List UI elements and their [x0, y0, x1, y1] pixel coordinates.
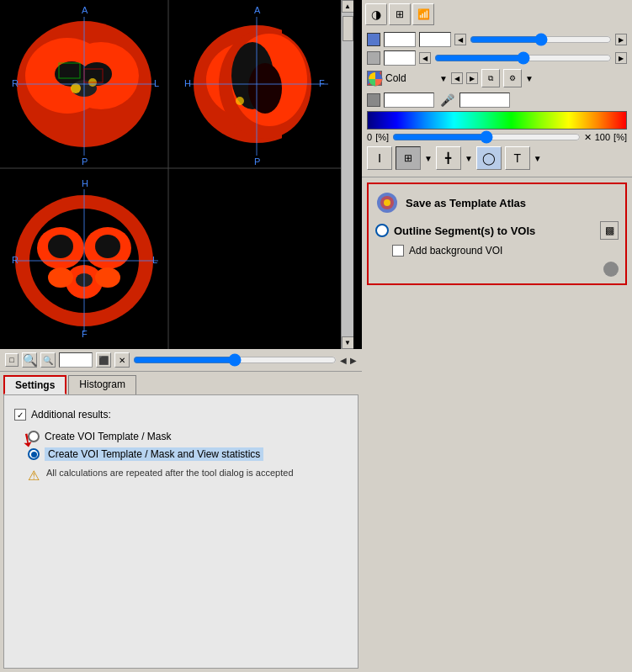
additional-results-row: ✓ Additional results:: [14, 409, 348, 421]
outline-settings-btn[interactable]: ▩: [600, 221, 619, 240]
warning-row: ⚠ All calculations are repeated after th…: [28, 468, 348, 484]
tab-settings[interactable]: Settings: [3, 375, 66, 394]
opacity-input[interactable]: 30: [384, 32, 416, 47]
bg-voi-checkbox[interactable]: [392, 245, 404, 257]
zoom-out-btn[interactable]: 🔍: [40, 352, 56, 368]
svg-point-54: [384, 199, 390, 206]
brain-view-bottom-left: R L H F: [0, 172, 168, 349]
percent-row: 0 [%] ✕ 100 [%]: [367, 131, 627, 143]
inc-btn[interactable]: ▶: [615, 34, 627, 45]
mic-icon: 🎤: [438, 91, 456, 109]
svg-point-7: [71, 83, 81, 93]
pct-min-label: 0: [367, 132, 372, 142]
nav-slider[interactable]: [133, 354, 337, 366]
create-voi-view-radio[interactable]: [28, 448, 40, 460]
create-voi-radio[interactable]: [28, 431, 40, 442]
slice-slider[interactable]: [470, 34, 612, 45]
additional-results-checkbox[interactable]: ✓: [14, 409, 26, 421]
nav-prev-btn[interactable]: ◀: [340, 356, 347, 365]
svg-text:R: R: [12, 78, 19, 88]
color-swatch[interactable]: [367, 71, 382, 86]
tool-half-circle-btn[interactable]: ◑: [365, 3, 387, 25]
bg-voi-row: Add background VOI: [392, 245, 619, 257]
mode-dropdown-2[interactable]: ▼: [465, 154, 473, 163]
brain-views-svg: A P R L: [0, 0, 345, 349]
pct-clear-btn[interactable]: ✕: [584, 132, 592, 143]
colormap-copy-btn[interactable]: ⧉: [481, 69, 500, 87]
fit-btn[interactable]: ⬛: [96, 352, 111, 368]
colormap-next-btn[interactable]: ▶: [466, 72, 478, 84]
colormap-prev-btn[interactable]: ◀: [451, 72, 463, 84]
gray-circle-row: [375, 262, 619, 277]
settings-content-area: ➘ ✓ Additional results: Create VOI Templ…: [3, 394, 358, 669]
svg-text:A: A: [254, 5, 261, 15]
tool-grid-btn[interactable]: ⊞: [389, 3, 411, 25]
colormap-extra-btn[interactable]: ▼: [525, 74, 534, 83]
colormap-name: Cold: [385, 72, 436, 84]
svg-text:P: P: [82, 156, 88, 167]
mode-btn-2[interactable]: ⊞: [396, 146, 421, 170]
create-voi-label: Create VOI Template / Mask: [45, 431, 172, 442]
outline-label: Outline Segment(s) to VOIs: [394, 225, 595, 237]
mode-btn-1[interactable]: Ⅰ: [367, 146, 392, 170]
mode-dropdown-1[interactable]: ▼: [424, 154, 433, 163]
opacity-row: 30 1 ◀ ▶: [367, 32, 627, 47]
max-input[interactable]: 1.0: [459, 93, 510, 108]
min-input[interactable]: 0.0: [384, 93, 434, 108]
save-template-btn[interactable]: Save as Template Atlas: [406, 197, 526, 209]
scroll-up-btn[interactable]: ▲: [342, 0, 354, 13]
bg-voi-label: Add background VOI: [409, 245, 502, 257]
pct-max-label: 100: [595, 132, 610, 142]
inc-btn2[interactable]: ▶: [615, 52, 627, 64]
create-voi-radio-row: Create VOI Template / Mask: [28, 431, 348, 442]
svg-point-24: [248, 63, 282, 114]
svg-text:P: P: [254, 156, 260, 167]
pct-unit-max: [%]: [613, 132, 627, 142]
scroll-thumb[interactable]: [343, 16, 353, 41]
colormap-settings-btn[interactable]: ⚙: [503, 69, 522, 87]
gray-circle-btn[interactable]: [603, 262, 619, 277]
warning-icon: ⚠: [28, 468, 40, 484]
display-controls: 30 1 ◀ ▶ 1 ◀ ▶: [362, 29, 632, 177]
dec-btn2[interactable]: ◀: [419, 52, 431, 64]
secondary-control-row: 1 ◀ ▶: [367, 50, 627, 66]
save-template-row: Save as Template Atlas: [375, 191, 619, 214]
colormap-dropdown-btn[interactable]: ▼: [439, 74, 448, 83]
mode-btn-4[interactable]: ◯: [476, 146, 502, 170]
create-voi-view-label: Create VOI Template / Mask and View stat…: [45, 447, 263, 461]
reset-zoom-btn[interactable]: □: [5, 353, 19, 367]
zoom-in-btn[interactable]: 🔍: [22, 352, 37, 368]
svg-point-39: [95, 267, 120, 288]
svg-text:L: L: [152, 255, 157, 265]
close-btn[interactable]: ✕: [114, 352, 130, 368]
outline-radio[interactable]: [375, 224, 389, 237]
scroll-down-btn[interactable]: ▼: [342, 336, 354, 349]
svg-text:H: H: [184, 78, 191, 88]
colormap-row: Cold ▼ ◀ ▶ ⧉ ⚙ ▼: [367, 69, 627, 87]
percent-slider[interactable]: [392, 131, 581, 143]
mode-btn-3[interactable]: ╋: [436, 146, 461, 170]
tool-signal-btn[interactable]: 📶: [412, 3, 434, 25]
svg-text:A: A: [82, 5, 88, 15]
zoom-bar: □ 🔍 🔍 1.0 ⬛ ✕ ◀ ▶: [0, 349, 362, 372]
slice-input[interactable]: 1: [419, 32, 451, 47]
tab-histogram[interactable]: Histogram: [68, 375, 136, 394]
svg-point-25: [236, 97, 244, 105]
vertical-scrollbar[interactable]: ▲ ▼: [341, 0, 353, 349]
dec-btn[interactable]: ◀: [454, 34, 466, 45]
mode-dropdown-3[interactable]: ▼: [534, 154, 542, 163]
secondary-input[interactable]: 1: [384, 50, 416, 66]
template-section: Save as Template Atlas Outline Segment(s…: [367, 183, 627, 285]
brain-view-top-right: A P F H: [173, 0, 345, 168]
outline-row: Outline Segment(s) to VOIs ▩: [375, 221, 619, 240]
right-panel: ◑ ⊞ 📶 30 1 ◀ ▶ 1 ◀ ▶: [362, 0, 632, 672]
mode-btn-5[interactable]: T: [505, 146, 530, 170]
secondary-slider[interactable]: [434, 52, 612, 64]
bottom-controls-area: □ 🔍 🔍 1.0 ⬛ ✕ ◀ ▶ Settings Histogram ➘: [0, 349, 362, 672]
create-voi-view-radio-row: Create VOI Template / Mask and View stat…: [28, 447, 348, 461]
svg-point-40: [48, 235, 73, 258]
zoom-input[interactable]: 1.0: [59, 352, 93, 368]
svg-point-38: [48, 267, 73, 288]
min-icon: [367, 93, 380, 107]
nav-next-btn[interactable]: ▶: [350, 356, 357, 365]
